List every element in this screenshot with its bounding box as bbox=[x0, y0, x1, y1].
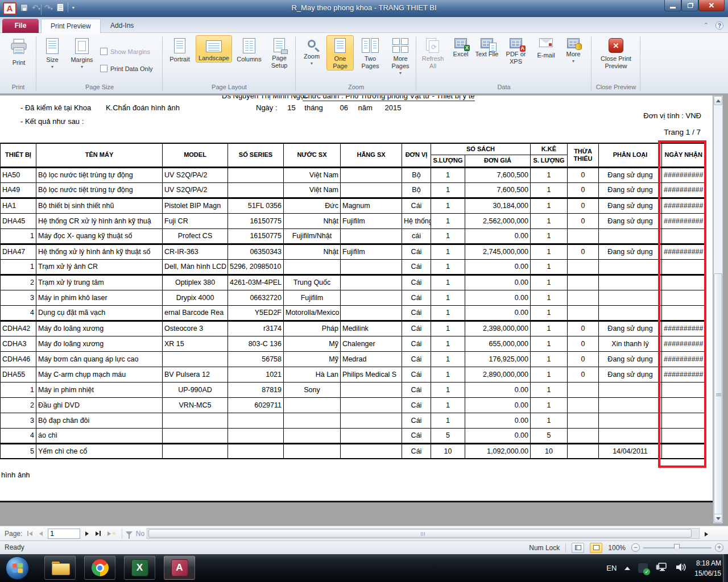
show-margins-checkbox-box[interactable] bbox=[100, 48, 107, 55]
table-cell: HA49 bbox=[1, 182, 36, 198]
previous-page-button[interactable] bbox=[38, 530, 44, 537]
table-cell: CR-IR-363 bbox=[163, 244, 228, 259]
table-cell bbox=[341, 182, 402, 198]
show-margins-checkbox[interactable]: Show Margins bbox=[100, 48, 150, 55]
zoom-slider-thumb[interactable] bbox=[674, 544, 680, 552]
table-cell: Đang sử dụng bbox=[599, 182, 662, 198]
zoom-out-button[interactable]: − bbox=[631, 543, 640, 552]
table-cell: Mỹ bbox=[284, 351, 341, 367]
landscape-button[interactable]: Landscape bbox=[196, 35, 232, 63]
tab-print-preview[interactable]: Print Preview bbox=[41, 19, 101, 33]
start-button[interactable] bbox=[6, 556, 29, 580]
export-excel-button[interactable]: X Excel bbox=[448, 35, 473, 59]
zoom-slider-track[interactable] bbox=[643, 547, 712, 548]
hscroll-right-arrow[interactable] bbox=[703, 531, 710, 538]
last-page-button[interactable] bbox=[94, 530, 102, 537]
dropbox-tray-icon[interactable] bbox=[638, 563, 648, 573]
show-hidden-icons[interactable] bbox=[624, 567, 630, 570]
tab-add-ins[interactable]: Add-Ins bbox=[101, 19, 143, 33]
table-cell: Cái bbox=[402, 443, 431, 459]
table-cell: 1 bbox=[531, 290, 568, 305]
page-number-input[interactable] bbox=[48, 529, 80, 539]
more-pages-button[interactable]: More Pages▾ bbox=[386, 35, 415, 77]
table-cell bbox=[341, 305, 402, 321]
print-data-only-checkbox[interactable]: Print Data Only bbox=[100, 65, 153, 72]
scroll-up-button[interactable] bbox=[714, 96, 722, 105]
taskbar-access[interactable]: A bbox=[164, 556, 195, 580]
taskbar-excel[interactable]: X bbox=[124, 556, 155, 580]
export-more-button[interactable]: More▾ bbox=[561, 35, 586, 65]
table-cell bbox=[228, 167, 284, 182]
table-cell: 1 bbox=[531, 259, 568, 275]
table-row: 1Máy đọc X- quang kỹ thuật sốProfect CS1… bbox=[1, 228, 706, 244]
columns-button[interactable]: Columns bbox=[234, 35, 264, 64]
table-cell bbox=[341, 259, 402, 275]
horizontal-scrollbar-thumb[interactable] bbox=[148, 529, 692, 538]
table-cell: Đang sử dụng bbox=[599, 367, 662, 382]
zoom-in-button[interactable]: + bbox=[715, 543, 723, 552]
print-preview-area[interactable]: Ds Nguyễn Thị Minh Ngọc Chức danh : Phó … bbox=[0, 94, 728, 526]
table-cell: Máy in phim nhiệt bbox=[36, 382, 163, 397]
zoom-button[interactable]: Zoom▾ bbox=[299, 35, 324, 67]
vertical-scrollbar-thumb[interactable] bbox=[714, 273, 722, 515]
print-data-only-checkbox-box[interactable] bbox=[100, 65, 107, 72]
language-indicator[interactable]: EN bbox=[606, 564, 617, 572]
one-page-button[interactable]: One Page bbox=[326, 35, 354, 70]
minimize-ribbon-icon[interactable]: ⌃ bbox=[704, 22, 709, 30]
taskbar-file-explorer[interactable] bbox=[44, 556, 76, 580]
clock[interactable]: 8:18 AM 15/06/15 bbox=[694, 558, 721, 579]
table-cell: Cái bbox=[402, 290, 431, 305]
email-button[interactable]: E-mail bbox=[532, 35, 560, 60]
table-cell: 1 bbox=[531, 413, 568, 428]
table-cell bbox=[284, 443, 341, 459]
page-setup-button[interactable]: Page Setup bbox=[265, 35, 293, 70]
tab-file[interactable]: File bbox=[2, 19, 39, 33]
volume-tray-icon[interactable] bbox=[675, 562, 686, 575]
table-cell: 1 bbox=[431, 351, 465, 367]
table-cell: 2 bbox=[1, 397, 36, 413]
table-cell: 1 bbox=[431, 275, 465, 290]
num-lock-indicator: Num Lock bbox=[529, 544, 560, 552]
restore-button[interactable] bbox=[681, 0, 698, 11]
vertical-scrollbar[interactable] bbox=[713, 95, 723, 523]
table-row: 2Đầu ghi DVDVRN-MC56029711Cái10.001 bbox=[1, 397, 706, 413]
two-pages-button[interactable]: Two Pages bbox=[356, 35, 384, 70]
export-text-file-button[interactable]: Text File bbox=[474, 35, 499, 59]
export-pdf-button[interactable]: A PDF or XPS bbox=[502, 35, 530, 66]
table-cell: 0.00 bbox=[465, 428, 531, 443]
first-page-button[interactable] bbox=[26, 530, 34, 537]
next-page-button[interactable] bbox=[84, 530, 90, 537]
close-print-preview-button[interactable]: ✕ Close Print Preview bbox=[596, 35, 636, 70]
report-view-button[interactable] bbox=[572, 543, 584, 553]
refresh-all-icon: ⟳ bbox=[426, 38, 440, 53]
table-cell: 2,562,000,000 bbox=[465, 213, 531, 228]
table-cell: BV Pulsera 12 bbox=[163, 367, 228, 382]
table-cell: 2,398,000,000 bbox=[465, 321, 531, 336]
table-cell: Hệ thống bbox=[402, 213, 431, 228]
portrait-button[interactable]: Portrait bbox=[166, 35, 193, 64]
show-desktop-button[interactable] bbox=[723, 554, 728, 582]
print-button[interactable]: Print bbox=[6, 35, 32, 67]
table-cell: 5 bbox=[531, 428, 568, 443]
network-tray-icon[interactable] bbox=[656, 562, 667, 575]
horizontal-scrollbar[interactable] bbox=[147, 528, 700, 539]
table-cell: 51FL 0356 bbox=[228, 198, 284, 213]
table-cell: ernal Barcode Rea bbox=[163, 305, 228, 321]
print-preview-view-button[interactable] bbox=[590, 543, 602, 553]
help-icon[interactable]: ? bbox=[715, 22, 723, 30]
margins-icon bbox=[75, 38, 89, 54]
taskbar-chrome[interactable] bbox=[84, 556, 115, 580]
table-cell: XR 15 bbox=[163, 336, 228, 351]
margins-button[interactable]: Margins▾ bbox=[66, 35, 98, 70]
table-cell: 0 bbox=[568, 213, 599, 228]
table-cell: 1 bbox=[1, 228, 36, 244]
close-button[interactable]: ✕ bbox=[698, 0, 725, 11]
table-cell: Bộ lọc nước tiệt trùng tự động bbox=[36, 167, 163, 182]
size-button[interactable]: Size▾ bbox=[40, 35, 65, 70]
zoom-slider[interactable]: − + bbox=[631, 543, 723, 552]
table-cell: 803-C 136 bbox=[228, 336, 284, 351]
table-cell: r3174 bbox=[228, 321, 284, 336]
minimize-button[interactable] bbox=[664, 0, 681, 11]
scroll-down-button[interactable] bbox=[714, 514, 722, 523]
table-cell: 1 bbox=[531, 244, 568, 259]
